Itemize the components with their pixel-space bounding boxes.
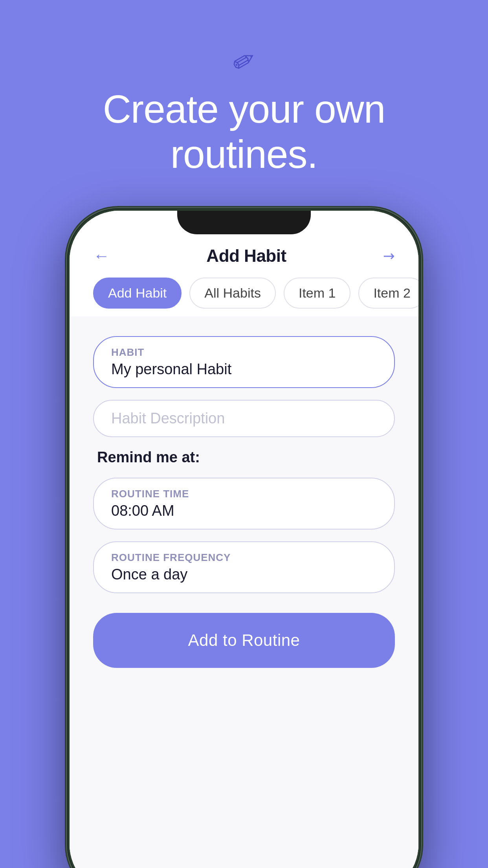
routine-time-value[interactable]: 08:00 AM [111,502,377,519]
app-header: ← Add Habit ↗ [70,234,418,274]
add-to-routine-button[interactable]: Add to Routine [93,613,395,668]
routine-frequency-value[interactable]: Once a day [111,566,377,583]
pencil-icon: ✏ [227,43,261,79]
phone-screen: ← Add Habit ↗ Add Habit All Habits Item … [70,211,418,868]
tab-all-habits[interactable]: All Habits [189,278,276,309]
phone-wrapper: ← Add Habit ↗ Add Habit All Habits Item … [67,208,421,868]
bottom-area [70,688,418,868]
tab-item2[interactable]: Item 2 [358,278,418,309]
tab-item1[interactable]: Item 1 [284,278,350,309]
description-input-group[interactable]: Habit Description [93,400,395,437]
tab-add-habit[interactable]: Add Habit [93,278,182,309]
remind-label: Remind me at: [93,449,395,466]
phone-frame: ← Add Habit ↗ Add Habit All Habits Item … [67,208,421,868]
habit-input-group[interactable]: HABIT My personal Habit [93,336,395,388]
hero-title: Create your own routines. [67,86,421,177]
routine-time-group[interactable]: ROUTINE TIME 08:00 AM [93,478,395,530]
page-title: Add Habit [206,246,286,266]
app-content: ← Add Habit ↗ Add Habit All Habits Item … [70,211,418,868]
menu-button[interactable]: ↗ [379,246,399,266]
form-container: HABIT My personal Habit Habit Descriptio… [70,316,418,688]
back-button[interactable]: ← [93,246,110,265]
habit-value[interactable]: My personal Habit [111,361,377,378]
tabs-container: Add Habit All Habits Item 1 Item 2 Ite [70,274,418,316]
notch [177,211,311,234]
description-placeholder[interactable]: Habit Description [111,410,377,427]
habit-label: HABIT [111,346,377,359]
hero-section: ✏ Create your own routines. [0,0,488,177]
routine-time-label: ROUTINE TIME [111,488,377,500]
routine-frequency-group[interactable]: ROUTINE FREQUENCY Once a day [93,541,395,593]
routine-frequency-label: ROUTINE FREQUENCY [111,552,377,564]
